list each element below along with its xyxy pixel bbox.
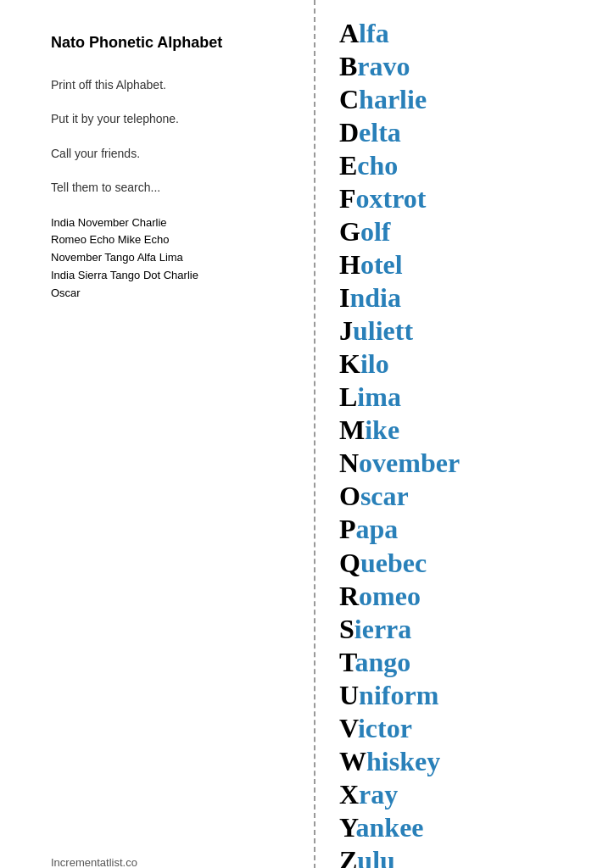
alphabet-item: Echo [339, 149, 597, 182]
alphabet-letter: N [339, 448, 359, 478]
alphabet-list: AlfaBravoCharlieDeltaEchoFoxtrotGolfHote… [339, 17, 597, 868]
alphabet-rest: oxtrot [356, 183, 427, 214]
alphabet-item: November [339, 447, 597, 480]
instruction-item: Call your friends. [51, 144, 288, 163]
alphabet-rest: harlie [359, 84, 427, 114]
instruction-item: Print off this Alphabet. [51, 75, 288, 94]
alphabet-item: Xray [339, 778, 597, 811]
alphabet-rest: ankee [356, 812, 424, 843]
alphabet-rest: olf [360, 216, 391, 247]
alphabet-item: Victor [339, 712, 597, 745]
alphabet-rest: ndia [349, 282, 400, 313]
instruction-item: Tell them to search... [51, 178, 288, 197]
alphabet-item: Lima [339, 381, 597, 414]
alphabet-rest: ierra [354, 614, 412, 644]
url-line: November Tango Alfa Lima [51, 249, 288, 267]
alphabet-item: Yankee [339, 811, 597, 844]
left-panel: Nato Phonetic Alphabet Print off this Al… [0, 0, 314, 868]
alphabet-letter: K [339, 348, 360, 379]
alphabet-item: Sierra [339, 613, 597, 646]
alphabet-letter: G [339, 216, 360, 247]
page-title: Nato Phonetic Alphabet [51, 34, 288, 52]
alphabet-letter: H [339, 249, 360, 280]
alphabet-letter: R [339, 581, 359, 611]
alphabet-rest: uebec [360, 548, 427, 578]
alphabet-item: Alfa [339, 17, 597, 50]
alphabet-item: Zulu [339, 844, 597, 868]
alphabet-item: Golf [339, 215, 597, 248]
alphabet-item: Hotel [339, 248, 597, 281]
instruction-item: Put it by your telephone. [51, 109, 288, 128]
alphabet-letter: F [339, 183, 356, 214]
alphabet-item: Foxtrot [339, 182, 597, 215]
alphabet-rest: hiskey [366, 746, 440, 776]
alphabet-letter: E [339, 150, 357, 181]
alphabet-letter: J [339, 315, 353, 346]
alphabet-item: Whiskey [339, 745, 597, 778]
alphabet-rest: cho [357, 150, 398, 181]
alphabet-item: Charlie [339, 83, 597, 116]
alphabet-rest: otel [360, 249, 403, 280]
alphabet-item: Quebec [339, 547, 597, 580]
alphabet-rest: niform [359, 680, 438, 710]
alphabet-item: Delta [339, 116, 597, 149]
alphabet-letter: P [339, 514, 356, 544]
alphabet-letter: W [339, 746, 366, 776]
alphabet-rest: ilo [360, 348, 389, 379]
url-line: India Sierra Tango Dot Charlie [51, 267, 288, 285]
alphabet-item: India [339, 281, 597, 314]
alphabet-item: Kilo [339, 348, 597, 381]
alphabet-rest: ima [357, 381, 401, 412]
alphabet-rest: ravo [357, 51, 410, 81]
url-line: India November Charlie [51, 214, 288, 232]
alphabet-letter: I [339, 282, 349, 313]
alphabet-item: Romeo [339, 580, 597, 613]
alphabet-letter: S [339, 614, 354, 644]
alphabet-rest: lfa [359, 18, 389, 48]
alphabet-rest: uliett [353, 315, 413, 346]
footer-text: Incrementatlist.co [51, 856, 137, 868]
alphabet-letter: B [339, 51, 357, 81]
alphabet-item: Uniform [339, 679, 597, 712]
url-line: Oscar [51, 285, 288, 303]
alphabet-rest: ulu [357, 845, 394, 868]
alphabet-letter: U [339, 680, 359, 710]
alphabet-item: Bravo [339, 50, 597, 83]
alphabet-letter: D [339, 117, 359, 147]
alphabet-rest: scar [360, 481, 409, 511]
alphabet-item: Mike [339, 414, 597, 447]
alphabet-letter: A [339, 18, 359, 48]
page: Nato Phonetic Alphabet Print off this Al… [0, 0, 614, 868]
alphabet-rest: ictor [358, 713, 412, 743]
alphabet-item: Juliett [339, 314, 597, 348]
url-text: India November CharlieRomeo Echo Mike Ec… [51, 214, 288, 303]
alphabet-letter: T [339, 647, 354, 677]
alphabet-rest: ike [365, 415, 399, 445]
alphabet-item: Papa [339, 513, 597, 546]
alphabet-letter: C [339, 84, 359, 114]
instructions: Print off this Alphabet.Put it by your t… [51, 75, 288, 198]
alphabet-rest: apa [356, 514, 399, 544]
alphabet-rest: elta [359, 117, 401, 147]
divider [314, 0, 315, 868]
alphabet-letter: V [339, 713, 358, 743]
alphabet-item: Tango [339, 646, 597, 679]
alphabet-item: Oscar [339, 480, 597, 513]
alphabet-rest: ovember [359, 448, 460, 478]
right-panel: AlfaBravoCharlieDeltaEchoFoxtrotGolfHote… [314, 0, 614, 868]
alphabet-letter: Y [339, 812, 356, 843]
alphabet-letter: Z [339, 845, 357, 868]
alphabet-letter: Q [339, 548, 360, 578]
alphabet-letter: M [339, 415, 365, 445]
alphabet-rest: ango [354, 647, 410, 677]
alphabet-rest: omeo [359, 581, 421, 611]
url-line: Romeo Echo Mike Echo [51, 231, 288, 249]
alphabet-letter: X [339, 779, 359, 810]
alphabet-letter: L [339, 381, 357, 412]
alphabet-rest: ray [359, 779, 398, 810]
alphabet-letter: O [339, 481, 360, 511]
